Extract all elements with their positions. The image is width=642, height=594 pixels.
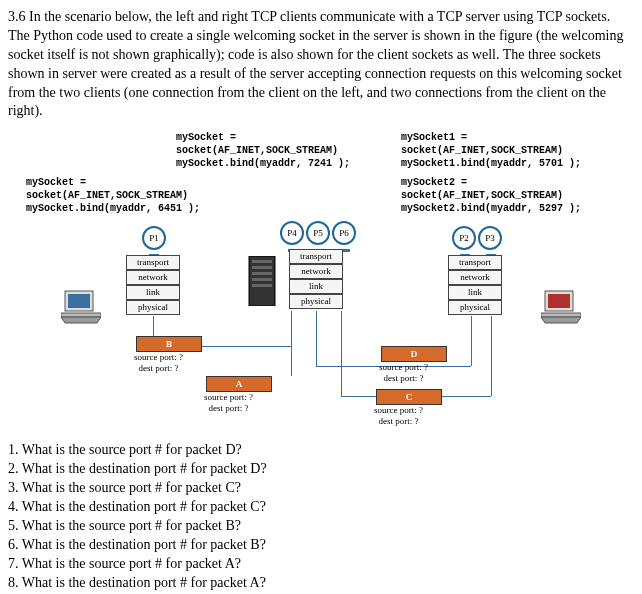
client-left-code: mySocket = socket(AF_INET,SOCK_STREAM) m…: [26, 176, 200, 215]
svg-rect-6: [252, 272, 272, 275]
layer-physical: physical: [448, 300, 502, 315]
problem-body: In the scenario below, the left and righ…: [8, 9, 623, 118]
packet-dst: dest port: ?: [379, 373, 428, 384]
code-line: mySocket.bind(myaddr, 7241 );: [176, 157, 350, 170]
packet-dst: dest port: ?: [134, 363, 183, 374]
code-line: socket(AF_INET,SOCK_STREAM): [176, 144, 350, 157]
packet-a-labels: source port: ? dest port: ?: [204, 392, 253, 414]
code-line: mySocket1.bind(myaddr, 5701 );: [401, 157, 581, 170]
port-p4: P4: [280, 221, 304, 245]
network-diagram: mySocket = socket(AF_INET,SOCK_STREAM) m…: [11, 131, 631, 431]
computer-right-icon: [541, 289, 581, 325]
conn-line: [316, 311, 317, 366]
server-code: mySocket = socket(AF_INET,SOCK_STREAM) m…: [176, 131, 350, 170]
problem-statement: 3.6 In the scenario below, the left and …: [8, 8, 634, 121]
packet-dst: dest port: ?: [204, 403, 253, 414]
code-line: mySocket2 =: [401, 176, 581, 189]
port-p6: P6: [332, 221, 356, 245]
packet-c-labels: source port: ? dest port: ?: [374, 405, 423, 427]
conn-line: [341, 311, 342, 396]
questions-list: 1. What is the source port # for packet …: [8, 441, 634, 592]
layer-network: network: [126, 270, 180, 285]
question-6: 6. What is the destination port # for pa…: [8, 536, 634, 555]
client-right2-code: mySocket2 = socket(AF_INET,SOCK_STREAM) …: [401, 176, 581, 215]
question-2: 2. What is the destination port # for pa…: [8, 460, 634, 479]
packet-src: source port: ?: [374, 405, 423, 416]
problem-number: 3.6: [8, 9, 26, 24]
packet-d: D: [381, 346, 447, 362]
code-line: mySocket =: [176, 131, 350, 144]
server-icon: [247, 256, 277, 306]
client-right1-code: mySocket1 = socket(AF_INET,SOCK_STREAM) …: [401, 131, 581, 170]
layer-link: link: [289, 279, 343, 294]
computer-left-icon: [61, 289, 101, 325]
svg-rect-10: [548, 294, 570, 308]
svg-rect-4: [252, 260, 272, 263]
packet-a: A: [206, 376, 272, 392]
packet-b: B: [136, 336, 202, 352]
layer-physical: physical: [126, 300, 180, 315]
packet-src: source port: ?: [134, 352, 183, 363]
layer-network: network: [448, 270, 502, 285]
packet-dst: dest port: ?: [374, 416, 423, 427]
packet-c: C: [376, 389, 442, 405]
packet-src: source port: ?: [379, 362, 428, 373]
layer-network: network: [289, 264, 343, 279]
layer-link: link: [448, 285, 502, 300]
right-client-stack: transport network link physical: [448, 255, 502, 315]
packet-d-labels: source port: ? dest port: ?: [379, 362, 428, 384]
packet-src: source port: ?: [204, 392, 253, 403]
conn-line: [471, 316, 472, 366]
conn-line: [491, 316, 492, 396]
question-5: 5. What is the source port # for packet …: [8, 517, 634, 536]
svg-rect-1: [68, 294, 90, 308]
question-3: 3. What is the source port # for packet …: [8, 479, 634, 498]
svg-rect-7: [252, 278, 272, 281]
code-line: mySocket2.bind(myaddr, 5297 );: [401, 202, 581, 215]
code-line: mySocket.bind(myaddr, 6451 );: [26, 202, 200, 215]
code-line: socket(AF_INET,SOCK_STREAM): [401, 189, 581, 202]
port-p2: P2: [452, 226, 476, 250]
question-7: 7. What is the source port # for packet …: [8, 555, 634, 574]
port-p5: P5: [306, 221, 330, 245]
question-1: 1. What is the source port # for packet …: [8, 441, 634, 460]
code-line: socket(AF_INET,SOCK_STREAM): [26, 189, 200, 202]
left-client-stack: transport network link physical: [126, 255, 180, 315]
port-p3: P3: [478, 226, 502, 250]
question-8: 8. What is the destination port # for pa…: [8, 574, 634, 593]
svg-rect-8: [252, 284, 272, 287]
layer-transport: transport: [289, 249, 343, 264]
packet-b-labels: source port: ? dest port: ?: [134, 352, 183, 374]
code-line: mySocket =: [26, 176, 200, 189]
question-4: 4. What is the destination port # for pa…: [8, 498, 634, 517]
svg-rect-5: [252, 266, 272, 269]
code-line: socket(AF_INET,SOCK_STREAM): [401, 144, 581, 157]
layer-transport: transport: [448, 255, 502, 270]
layer-physical: physical: [289, 294, 343, 309]
svg-rect-2: [61, 313, 101, 317]
conn-line: [291, 311, 292, 376]
code-line: mySocket1 =: [401, 131, 581, 144]
layer-transport: transport: [126, 255, 180, 270]
port-p1: P1: [142, 226, 166, 250]
svg-rect-11: [541, 313, 581, 317]
layer-link: link: [126, 285, 180, 300]
server-stack: transport network link physical: [289, 249, 343, 309]
